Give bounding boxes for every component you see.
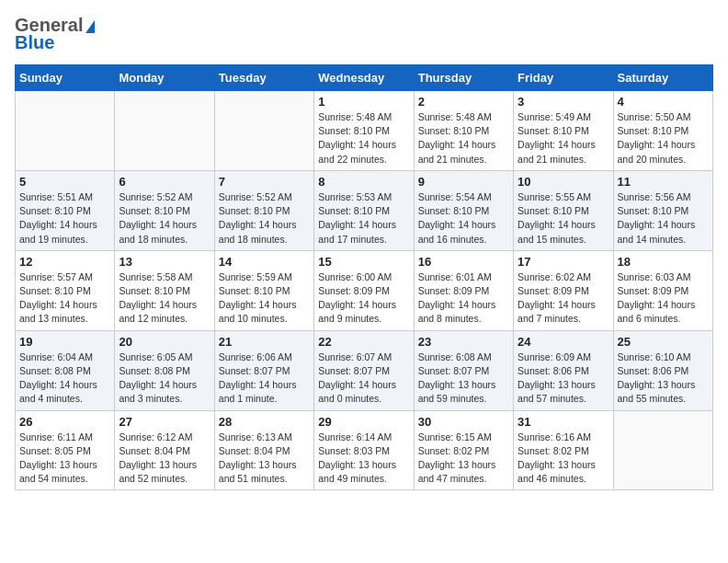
day-info: Sunrise: 5:48 AMSunset: 8:10 PMDaylight:… — [318, 110, 409, 167]
calendar-empty-cell — [115, 91, 214, 171]
calendar-day-cell: 9Sunrise: 5:54 AMSunset: 8:10 PMDaylight… — [414, 170, 513, 250]
day-number: 15 — [318, 255, 409, 269]
day-number: 12 — [19, 255, 110, 269]
day-info: Sunrise: 5:49 AMSunset: 8:10 PMDaylight:… — [518, 110, 609, 167]
calendar-week-row: 19Sunrise: 6:04 AMSunset: 8:08 PMDayligh… — [16, 330, 713, 410]
calendar-day-cell: 11Sunrise: 5:56 AMSunset: 8:10 PMDayligh… — [613, 170, 712, 250]
calendar-day-cell: 8Sunrise: 5:53 AMSunset: 8:10 PMDaylight… — [314, 170, 414, 250]
day-info: Sunrise: 5:51 AMSunset: 8:10 PMDaylight:… — [19, 190, 110, 247]
col-header-sunday: Sunday — [16, 65, 115, 91]
logo-blue-text: Blue — [15, 32, 54, 53]
day-info: Sunrise: 6:05 AMSunset: 8:08 PMDaylight:… — [119, 350, 210, 407]
day-info: Sunrise: 5:54 AMSunset: 8:10 PMDaylight:… — [418, 190, 509, 247]
day-info: Sunrise: 6:09 AMSunset: 8:06 PMDaylight:… — [518, 350, 609, 407]
col-header-monday: Monday — [115, 65, 214, 91]
day-info: Sunrise: 5:50 AMSunset: 8:10 PMDaylight:… — [618, 110, 709, 167]
page-header: General Blue — [15, 15, 713, 53]
calendar-empty-cell — [613, 410, 712, 490]
day-info: Sunrise: 6:12 AMSunset: 8:04 PMDaylight:… — [119, 431, 210, 487]
calendar-day-cell: 25Sunrise: 6:10 AMSunset: 8:06 PMDayligh… — [613, 330, 712, 410]
calendar-day-cell: 19Sunrise: 6:04 AMSunset: 8:08 PMDayligh… — [16, 330, 115, 410]
col-header-saturday: Saturday — [613, 65, 712, 91]
day-number: 31 — [518, 415, 609, 429]
calendar-day-cell: 27Sunrise: 6:12 AMSunset: 8:04 PMDayligh… — [115, 410, 214, 490]
day-info: Sunrise: 6:08 AMSunset: 8:07 PMDaylight:… — [418, 350, 509, 407]
calendar-day-cell: 4Sunrise: 5:50 AMSunset: 8:10 PMDaylight… — [613, 91, 712, 171]
calendar-day-cell: 18Sunrise: 6:03 AMSunset: 8:09 PMDayligh… — [613, 250, 712, 330]
calendar-day-cell: 3Sunrise: 5:49 AMSunset: 8:10 PMDaylight… — [514, 91, 613, 171]
day-number: 25 — [618, 335, 709, 349]
logo: General Blue — [15, 15, 95, 53]
day-number: 9 — [418, 175, 509, 189]
day-number: 30 — [418, 415, 509, 429]
calendar-week-row: 26Sunrise: 6:11 AMSunset: 8:05 PMDayligh… — [16, 410, 713, 490]
col-header-thursday: Thursday — [414, 65, 513, 91]
day-number: 27 — [119, 415, 210, 429]
calendar-week-row: 1Sunrise: 5:48 AMSunset: 8:10 PMDaylight… — [16, 91, 713, 171]
day-number: 14 — [219, 255, 310, 269]
calendar-day-cell: 17Sunrise: 6:02 AMSunset: 8:09 PMDayligh… — [514, 250, 613, 330]
day-number: 20 — [119, 335, 210, 349]
calendar-day-cell: 24Sunrise: 6:09 AMSunset: 8:06 PMDayligh… — [514, 330, 613, 410]
calendar-day-cell: 1Sunrise: 5:48 AMSunset: 8:10 PMDaylight… — [314, 91, 414, 171]
day-number: 26 — [19, 415, 110, 429]
day-number: 18 — [618, 255, 709, 269]
day-info: Sunrise: 5:59 AMSunset: 8:10 PMDaylight:… — [219, 270, 310, 327]
calendar-empty-cell — [214, 91, 313, 171]
day-number: 3 — [518, 95, 609, 109]
day-number: 11 — [618, 175, 709, 189]
calendar-day-cell: 16Sunrise: 6:01 AMSunset: 8:09 PMDayligh… — [414, 250, 513, 330]
day-number: 16 — [418, 255, 509, 269]
day-info: Sunrise: 5:53 AMSunset: 8:10 PMDaylight:… — [318, 190, 409, 247]
calendar-day-cell: 13Sunrise: 5:58 AMSunset: 8:10 PMDayligh… — [115, 250, 214, 330]
calendar-day-cell: 6Sunrise: 5:52 AMSunset: 8:10 PMDaylight… — [115, 170, 214, 250]
day-info: Sunrise: 6:00 AMSunset: 8:09 PMDaylight:… — [318, 270, 409, 327]
col-header-tuesday: Tuesday — [214, 65, 313, 91]
day-number: 7 — [219, 175, 310, 189]
day-number: 4 — [618, 95, 709, 109]
day-info: Sunrise: 6:15 AMSunset: 8:02 PMDaylight:… — [418, 431, 509, 487]
day-number: 28 — [219, 415, 310, 429]
logo-flag-icon — [85, 20, 95, 33]
day-info: Sunrise: 6:14 AMSunset: 8:03 PMDaylight:… — [318, 431, 409, 487]
day-info: Sunrise: 5:55 AMSunset: 8:10 PMDaylight:… — [518, 190, 609, 247]
day-number: 2 — [418, 95, 509, 109]
calendar-day-cell: 2Sunrise: 5:48 AMSunset: 8:10 PMDaylight… — [414, 91, 513, 171]
day-number: 29 — [318, 415, 409, 429]
day-info: Sunrise: 6:10 AMSunset: 8:06 PMDaylight:… — [618, 350, 709, 407]
day-number: 19 — [19, 335, 110, 349]
calendar-day-cell: 22Sunrise: 6:07 AMSunset: 8:07 PMDayligh… — [314, 330, 414, 410]
day-info: Sunrise: 6:04 AMSunset: 8:08 PMDaylight:… — [19, 350, 110, 407]
calendar-day-cell: 12Sunrise: 5:57 AMSunset: 8:10 PMDayligh… — [16, 250, 115, 330]
calendar-week-row: 5Sunrise: 5:51 AMSunset: 8:10 PMDaylight… — [16, 170, 713, 250]
calendar-day-cell: 26Sunrise: 6:11 AMSunset: 8:05 PMDayligh… — [16, 410, 115, 490]
day-info: Sunrise: 6:07 AMSunset: 8:07 PMDaylight:… — [318, 350, 409, 407]
calendar-day-cell: 14Sunrise: 5:59 AMSunset: 8:10 PMDayligh… — [214, 250, 313, 330]
day-info: Sunrise: 6:06 AMSunset: 8:07 PMDaylight:… — [219, 350, 310, 407]
day-number: 21 — [219, 335, 310, 349]
day-info: Sunrise: 6:01 AMSunset: 8:09 PMDaylight:… — [418, 270, 509, 327]
day-number: 6 — [119, 175, 210, 189]
day-info: Sunrise: 6:16 AMSunset: 8:02 PMDaylight:… — [518, 431, 609, 487]
day-info: Sunrise: 5:52 AMSunset: 8:10 PMDaylight:… — [119, 190, 210, 247]
col-header-wednesday: Wednesday — [314, 65, 414, 91]
calendar-week-row: 12Sunrise: 5:57 AMSunset: 8:10 PMDayligh… — [16, 250, 713, 330]
day-info: Sunrise: 5:58 AMSunset: 8:10 PMDaylight:… — [119, 270, 210, 327]
day-number: 22 — [318, 335, 409, 349]
day-info: Sunrise: 6:11 AMSunset: 8:05 PMDaylight:… — [19, 431, 110, 487]
calendar-day-cell: 20Sunrise: 6:05 AMSunset: 8:08 PMDayligh… — [115, 330, 214, 410]
day-number: 24 — [518, 335, 609, 349]
day-info: Sunrise: 5:56 AMSunset: 8:10 PMDaylight:… — [618, 190, 709, 247]
calendar-day-cell: 7Sunrise: 5:52 AMSunset: 8:10 PMDaylight… — [214, 170, 313, 250]
calendar-day-cell: 10Sunrise: 5:55 AMSunset: 8:10 PMDayligh… — [514, 170, 613, 250]
day-info: Sunrise: 5:52 AMSunset: 8:10 PMDaylight:… — [219, 190, 310, 247]
day-info: Sunrise: 5:48 AMSunset: 8:10 PMDaylight:… — [418, 110, 509, 167]
calendar-day-cell: 30Sunrise: 6:15 AMSunset: 8:02 PMDayligh… — [414, 410, 513, 490]
calendar-table: SundayMondayTuesdayWednesdayThursdayFrid… — [15, 64, 713, 490]
calendar-day-cell: 15Sunrise: 6:00 AMSunset: 8:09 PMDayligh… — [314, 250, 414, 330]
day-number: 8 — [318, 175, 409, 189]
day-number: 23 — [418, 335, 509, 349]
calendar-header-row: SundayMondayTuesdayWednesdayThursdayFrid… — [16, 65, 713, 91]
calendar-day-cell: 29Sunrise: 6:14 AMSunset: 8:03 PMDayligh… — [314, 410, 414, 490]
day-info: Sunrise: 6:13 AMSunset: 8:04 PMDaylight:… — [219, 431, 310, 487]
